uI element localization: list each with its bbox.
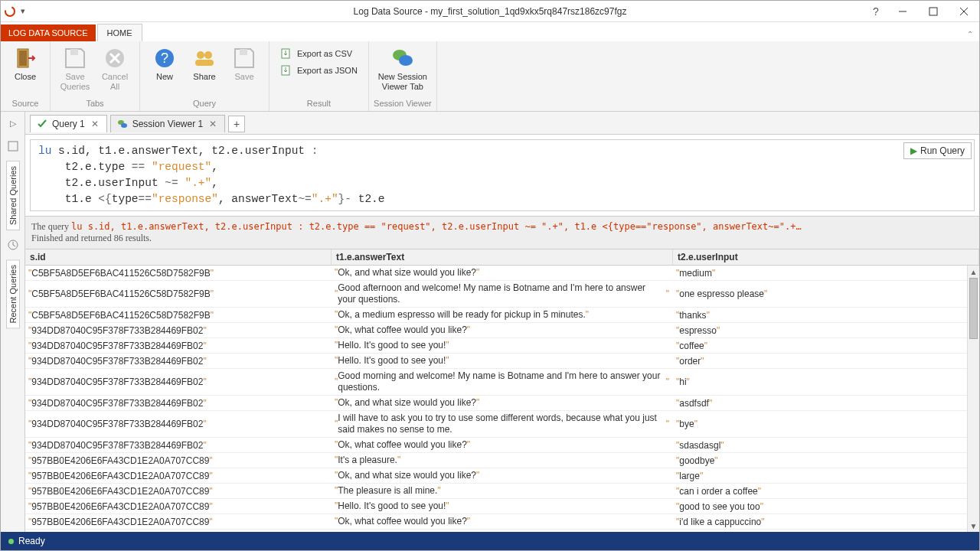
svg-rect-2	[929, 8, 937, 15]
table-row[interactable]: "957BB0E4206E6FA43CD1E2A0A707CC89""It's …	[25, 453, 979, 468]
cell-input: "espresso"	[673, 323, 979, 337]
results-body[interactable]: "C5BF5A8D5EF6BAC411526C58D7582F9B""Ok, a…	[25, 266, 979, 532]
shared-queries-icon[interactable]	[5, 138, 21, 155]
export-json-button[interactable]: Export as JSON	[277, 63, 361, 78]
table-row[interactable]: "C5BF5A8D5EF6BAC411526C58D7582F9B""Ok, a…	[25, 266, 979, 281]
qat-dropdown-icon[interactable]: ▾	[19, 6, 27, 16]
cell-id: "C5BF5A8D5EF6BAC411526C58D7582F9B"	[25, 281, 332, 307]
table-row[interactable]: "C5BF5A8D5EF6BAC411526C58D7582F9B""Ok, a…	[25, 308, 979, 323]
ribbon-tab-home[interactable]: HOME	[97, 24, 142, 41]
table-row[interactable]: "957BB0E4206E6FA43CD1E2A0A707CC89""Ok, a…	[25, 468, 979, 484]
document-tabs: Query 1 ✕ Session Viewer 1 ✕ +	[25, 112, 979, 135]
play-icon: ▶	[910, 145, 917, 156]
save-query-button[interactable]: Save	[224, 44, 264, 83]
close-window-button[interactable]	[949, 1, 979, 22]
run-query-button[interactable]: ▶ Run Query	[903, 142, 972, 159]
save-label: Save	[234, 72, 253, 82]
table-row[interactable]: "957BB0E4206E6FA43CD1E2A0A707CC89""Ok, w…	[25, 514, 979, 530]
tab-query-1-label: Query 1	[52, 119, 85, 129]
cell-answer: "Hello. It's good to see you!"	[332, 338, 673, 353]
run-query-label: Run Query	[920, 145, 965, 156]
share-button[interactable]: Share	[185, 44, 224, 83]
ribbon-group-source-label: Source	[1, 97, 50, 111]
ribbon-group-result-label: Result	[270, 97, 368, 111]
scroll-down-icon[interactable]: ▼	[970, 520, 978, 532]
new-session-viewer-button[interactable]: New Session Viewer Tab	[374, 44, 432, 93]
status-query-text: lu s.id, t1.e.answerText, t2.e.userInput…	[71, 221, 802, 232]
vertical-scrollbar[interactable]: ▲ ▼	[967, 266, 979, 532]
ribbon-group-tabs-label: Tabs	[51, 97, 139, 111]
svg-point-0	[5, 7, 15, 16]
table-row[interactable]: "C5BF5A8D5EF6BAC411526C58D7582F9B""Good …	[25, 281, 979, 308]
cancel-icon	[103, 46, 127, 70]
shared-queries-tab[interactable]: Shared Queries	[6, 161, 20, 230]
cell-input: "asdfsdf"	[673, 396, 979, 410]
scroll-up-icon[interactable]: ▲	[970, 266, 978, 278]
recent-queries-tab[interactable]: Recent Queries	[6, 259, 20, 328]
tab-query-1-close-icon[interactable]: ✕	[90, 119, 100, 129]
minimize-button[interactable]	[887, 1, 918, 22]
new-session-label: New Session Viewer Tab	[375, 72, 430, 92]
results-grid: s.id t1.e.answerText t2.e.userInput "C5B…	[25, 249, 979, 532]
window-controls: ?	[864, 1, 979, 22]
scroll-thumb[interactable]	[969, 278, 978, 339]
help-button[interactable]: ?	[864, 1, 887, 22]
tab-session-1-close-icon[interactable]: ✕	[207, 119, 218, 129]
query-editor[interactable]: lu s.id, t1.e.answerText, t2.e.userInput…	[30, 139, 975, 211]
tab-session-viewer-1[interactable]: Session Viewer 1 ✕	[110, 115, 226, 132]
table-row[interactable]: "934DD87040C95F378F733B284469FB02""Good …	[25, 369, 979, 396]
ribbon-group-tabs: Save Queries Cancel All Tabs	[51, 41, 140, 111]
cell-input: "can i order a coffee"	[673, 484, 979, 498]
save-icon	[63, 46, 87, 70]
cell-input: "medium"	[673, 266, 979, 280]
collapse-ribbon-icon[interactable]: ⌃	[961, 27, 979, 41]
svg-point-14	[204, 51, 212, 59]
module-tab[interactable]: LOG DATA SOURCE	[1, 24, 96, 41]
export-icon	[280, 64, 292, 77]
table-row[interactable]: "957BB0E4206E6FA43CD1E2A0A707CC89""Sorry…	[25, 530, 979, 532]
cell-id: "957BB0E4206E6FA43CD1E2A0A707CC89"	[25, 530, 332, 532]
new-query-button[interactable]: ? New	[145, 44, 185, 83]
svg-rect-21	[8, 142, 18, 151]
export-csv-button[interactable]: Export as CSV	[277, 46, 361, 61]
cell-input: "hi"	[673, 369, 979, 395]
table-row[interactable]: "957BB0E4206E6FA43CD1E2A0A707CC89""Hello…	[25, 499, 979, 514]
table-row[interactable]: "934DD87040C95F378F733B284469FB02""Hello…	[25, 354, 979, 369]
table-row[interactable]: "934DD87040C95F378F733B284469FB02""Ok, w…	[25, 323, 979, 338]
ribbon: Close Source Save Queries Cancel All	[1, 41, 979, 112]
window-title: Log Data Source - my_first_solution_1qd9…	[1, 6, 979, 17]
query-status: The query lu s.id, t1.e.answerText, t2.e…	[25, 217, 979, 249]
table-row[interactable]: "934DD87040C95F378F733B284469FB02""I wil…	[25, 411, 979, 438]
cell-id: "934DD87040C95F378F733B284469FB02"	[25, 323, 332, 337]
tab-query-1[interactable]: Query 1 ✕	[30, 115, 107, 132]
maximize-button[interactable]	[918, 1, 949, 22]
table-row[interactable]: "934DD87040C95F378F733B284469FB02""Hello…	[25, 338, 979, 354]
status-text: Ready	[18, 536, 45, 546]
cell-answer: "Ok, a medium espresso will be ready for…	[332, 308, 673, 322]
ribbon-tabstrip: LOG DATA SOURCE HOME ⌃	[1, 22, 979, 41]
cell-answer: "Hello. It's good to see you!"	[332, 354, 673, 368]
cell-input: "goodbye"	[673, 453, 979, 468]
add-tab-button[interactable]: +	[228, 116, 245, 132]
recent-queries-icon[interactable]	[5, 236, 21, 253]
cancel-all-button[interactable]: Cancel All	[95, 44, 135, 93]
app-window: ▾ Log Data Source - my_first_solution_1q…	[0, 0, 980, 551]
workspace: ▷ Shared Queries Recent Queries Query 1 …	[1, 112, 979, 532]
cell-answer: "Ok, what coffee would you like?"	[332, 438, 673, 452]
column-header-input[interactable]: t2.e.userInput	[673, 249, 979, 265]
cell-id: "957BB0E4206E6FA43CD1E2A0A707CC89"	[25, 499, 332, 514]
expand-rail-icon[interactable]: ▷	[5, 115, 21, 132]
cell-id: "934DD87040C95F378F733B284469FB02"	[25, 338, 332, 353]
ribbon-group-result: Export as CSV Export as JSON Result	[270, 41, 369, 111]
table-row[interactable]: "957BB0E4206E6FA43CD1E2A0A707CC89""The p…	[25, 484, 979, 499]
column-header-id[interactable]: s.id	[25, 249, 332, 265]
results-header: s.id t1.e.answerText t2.e.userInput	[25, 249, 979, 266]
cell-id: "934DD87040C95F378F733B284469FB02"	[25, 396, 332, 410]
table-row[interactable]: "934DD87040C95F378F733B284469FB02""Ok, w…	[25, 438, 979, 453]
ribbon-group-query-label: Query	[140, 97, 269, 111]
close-button[interactable]: Close	[5, 44, 45, 83]
save-queries-button[interactable]: Save Queries	[55, 44, 95, 93]
svg-text:?: ?	[161, 51, 168, 66]
column-header-answer[interactable]: t1.e.answerText	[332, 249, 673, 265]
table-row[interactable]: "934DD87040C95F378F733B284469FB02""Ok, a…	[25, 396, 979, 411]
